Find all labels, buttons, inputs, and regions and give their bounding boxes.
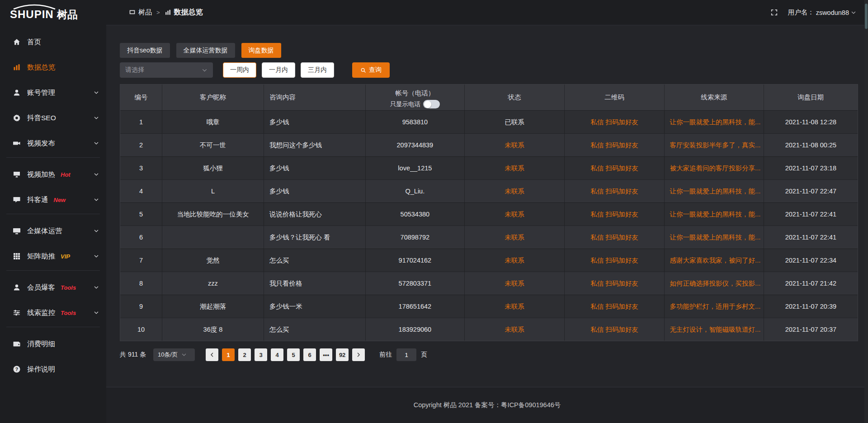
cell-source-link[interactable]: 多功能护栏灯，适用于乡村文... xyxy=(665,295,764,318)
sidebar-menu: 首页数据总览账号管理抖音SEO视频发布视频加热Hot抖客通New全媒体运营矩阵助… xyxy=(0,25,106,423)
cell-qr-links[interactable]: 私信 扫码加好友 xyxy=(565,295,664,318)
cell-qr-links[interactable]: 私信 扫码加好友 xyxy=(565,226,664,249)
filter-select[interactable]: 请选择 xyxy=(120,62,213,78)
page-button-3[interactable]: 3 xyxy=(255,348,267,361)
page-button-•••[interactable]: ••• xyxy=(320,348,332,361)
cell-qr-links[interactable]: 私信 扫码加好友 xyxy=(565,272,664,295)
sidebar-item-video-publish[interactable]: 视频发布 xyxy=(0,132,106,155)
logo-text-en: SHUPIN xyxy=(10,8,54,20)
breadcrumb-root-label: 树品 xyxy=(138,8,152,17)
cell-source-link[interactable]: 感谢大家喜欢我家，被问了好... xyxy=(665,249,764,272)
cell-account: 50534380 xyxy=(366,203,465,226)
video-camera-icon xyxy=(13,139,21,147)
logo-text-cn: 树品 xyxy=(57,9,78,20)
table-row: 8zzz我只看价格572803371未联系私信 扫码加好友如何正确选择投影仪，买… xyxy=(120,272,858,295)
sidebar-item-badge: Tools xyxy=(61,310,76,316)
cell-qr-links[interactable]: 私信 扫码加好友 xyxy=(565,111,664,133)
tab-2[interactable]: 询盘数据 xyxy=(241,43,281,58)
breadcrumb-item-root[interactable]: 树品 xyxy=(129,8,152,17)
cell-date: 2021-11-07 22:41 xyxy=(764,226,858,249)
cell-content: 怎么买 xyxy=(264,318,366,341)
page-button-2[interactable]: 2 xyxy=(238,348,251,361)
cell-qr-links[interactable]: 私信 扫码加好友 xyxy=(565,249,664,272)
cell-source-link[interactable]: 让你一眼就爱上的黑科技，能... xyxy=(665,111,764,133)
cell-qr-links[interactable]: 私信 扫码加好友 xyxy=(565,157,664,179)
sidebar-item-matrix-boost[interactable]: 矩阵助推VIP xyxy=(0,245,106,268)
chevron-down-icon xyxy=(94,90,99,95)
query-button[interactable]: 查询 xyxy=(352,62,390,78)
page-button-6[interactable]: 6 xyxy=(303,348,316,361)
period-button-group: 一周内一月内三月内 xyxy=(223,62,334,78)
page-button-1[interactable]: 1 xyxy=(222,348,235,361)
cell-qr-links[interactable]: 私信 扫码加好友 xyxy=(565,318,664,341)
cell-source-link[interactable]: 让你一眼就爱上的黑科技，能... xyxy=(665,226,764,249)
next-page-button[interactable] xyxy=(352,348,365,361)
cell-index: 2 xyxy=(120,134,162,156)
scrollbar-thumb[interactable] xyxy=(865,4,868,29)
cell-status: 未联系 xyxy=(465,249,565,272)
sidebar-item-label: 首页 xyxy=(27,38,41,47)
sliders-icon xyxy=(13,309,21,317)
cell-nickname: 哦章 xyxy=(162,111,264,133)
period-button-1[interactable]: 一月内 xyxy=(262,62,295,78)
chevron-down-icon xyxy=(94,254,99,259)
username-label: 用户名： xyxy=(788,8,814,17)
sidebar-item-account-management[interactable]: 账号管理 xyxy=(0,81,106,104)
header-source: 线索来源 xyxy=(665,85,764,110)
tab-0[interactable]: 抖音seo数据 xyxy=(120,43,170,58)
sidebar-item-label: 视频发布 xyxy=(27,139,55,148)
cell-source-link[interactable]: 无主灯设计，智能磁吸轨道灯... xyxy=(665,318,764,341)
header-status: 状态 xyxy=(465,85,565,110)
table-header-row: 编号 客户昵称 咨询内容 帐号（电话） 只显示电话 状态 二维码 线索来源 询盘… xyxy=(120,85,858,110)
page-button-5[interactable]: 5 xyxy=(287,348,300,361)
topbar-right: 用户名：zswodun88 xyxy=(770,8,856,17)
cell-content: 多少钱一米 xyxy=(264,295,366,318)
cell-content: 多少钱？让我死心 看 xyxy=(264,226,366,249)
sidebar-item-clue-monitor[interactable]: 线索监控Tools xyxy=(0,301,106,324)
table-row: 3狐小狸多少钱love__1215未联系私信 扫码加好友被大家追着问的客厅投影分… xyxy=(120,156,858,179)
goto-page-input[interactable] xyxy=(396,348,416,361)
period-button-0[interactable]: 一周内 xyxy=(223,62,256,78)
sidebar-item-video-heat[interactable]: 视频加热Hot xyxy=(0,163,106,186)
sidebar-item-instructions[interactable]: ?操作说明 xyxy=(0,358,106,381)
cell-index: 7 xyxy=(120,249,162,272)
sidebar-item-douyin-seo[interactable]: 抖音SEO xyxy=(0,107,106,129)
cell-nickname: 觉然 xyxy=(162,249,264,272)
cell-status: 未联系 xyxy=(465,226,565,249)
cell-status: 已联系 xyxy=(465,111,565,133)
home-icon xyxy=(13,38,21,46)
fullscreen-icon[interactable] xyxy=(770,9,778,16)
cell-account: 183929060 xyxy=(366,318,465,341)
cell-source-link[interactable]: 让你一眼就爱上的黑科技，能... xyxy=(665,180,764,202)
chevron-right-icon xyxy=(356,352,361,357)
page-button-92[interactable]: 92 xyxy=(336,348,349,361)
topbar-main: 树品 > 数据总览 用户名：zswodun88 xyxy=(106,0,868,25)
cell-source-link[interactable]: 被大家追着问的客厅投影分享... xyxy=(665,157,764,179)
cell-source-link[interactable]: 客厅安装投影半年多了，真实... xyxy=(665,134,764,156)
page-button-4[interactable]: 4 xyxy=(271,348,283,361)
page-button-group: 123456•••92 xyxy=(222,348,349,361)
period-button-2[interactable]: 三月内 xyxy=(301,62,334,78)
sidebar-item-omni-media[interactable]: 全媒体运营 xyxy=(0,220,106,242)
cell-nickname: zzz xyxy=(162,272,264,295)
phone-only-toggle[interactable] xyxy=(423,100,440,108)
cell-account: 572803371 xyxy=(366,272,465,295)
prev-page-button[interactable] xyxy=(206,348,218,361)
sidebar-item-consume-detail[interactable]: 消费明细 xyxy=(0,333,106,355)
sidebar-item-home[interactable]: 首页 xyxy=(0,31,106,53)
sidebar-item-data-overview[interactable]: 数据总览 xyxy=(0,56,106,79)
cell-qr-links[interactable]: 私信 扫码加好友 xyxy=(565,203,664,226)
cell-status: 未联系 xyxy=(465,295,565,318)
tab-1[interactable]: 全媒体运营数据 xyxy=(176,43,235,58)
sidebar-item-member-burst[interactable]: 会员爆客Tools xyxy=(0,276,106,299)
cell-qr-links[interactable]: 私信 扫码加好友 xyxy=(565,180,664,202)
page-size-select[interactable]: 10条/页 xyxy=(153,348,195,361)
cell-date: 2021-11-07 23:18 xyxy=(764,157,858,179)
cell-content: 多少钱 xyxy=(264,180,366,202)
sidebar-item-doukе-tong[interactable]: 抖客通New xyxy=(0,188,106,211)
cell-source-link[interactable]: 让你一眼就爱上的黑科技，能... xyxy=(665,203,764,226)
user-menu[interactable]: 用户名：zswodun88 xyxy=(788,8,856,17)
goto-page: 前往 页 xyxy=(379,348,427,361)
cell-qr-links[interactable]: 私信 扫码加好友 xyxy=(565,134,664,156)
cell-source-link[interactable]: 如何正确选择投影仪，买投影... xyxy=(665,272,764,295)
